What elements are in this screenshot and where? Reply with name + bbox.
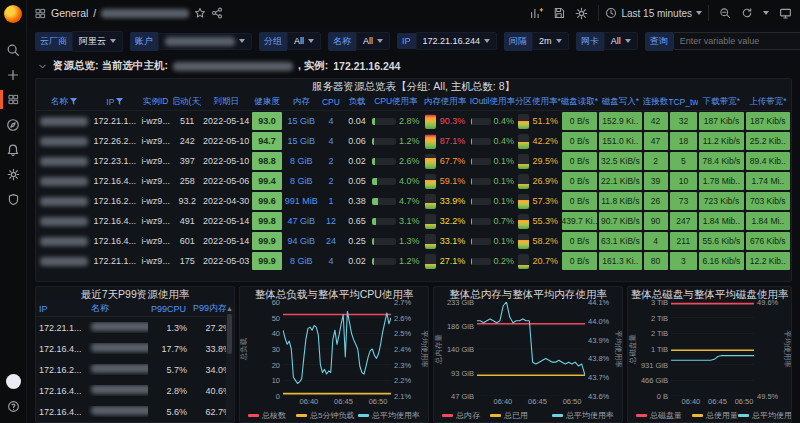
row-header-overview[interactable]: 资源总览: 当前选中主机: , 实例: 172.21.16.244: [27, 56, 800, 76]
variable-select[interactable]: 阿里云: [72, 31, 123, 52]
variable-4: 名称All: [328, 32, 390, 51]
column-header[interactable]: 内存使用率: [420, 96, 470, 108]
cell-instance-id: i-wz9...: [138, 191, 173, 211]
chart-plot[interactable]: 06:4006:4506:50: [477, 302, 585, 396]
column-header[interactable]: 内存: [283, 96, 320, 108]
sidebar-item-compass[interactable]: [0, 112, 26, 137]
refresh-interval-caret-icon[interactable]: [763, 11, 769, 15]
cell-instance-id: i-wz9...: [138, 211, 173, 231]
column-header[interactable]: 连接数: [643, 96, 669, 108]
variable-select[interactable]: All: [604, 32, 638, 50]
column-header[interactable]: 磁盘读取*: [561, 96, 598, 108]
variable-select[interactable]: 2m: [532, 32, 569, 50]
variable-2: 账户: [130, 32, 252, 51]
column-header[interactable]: 启动(天): [173, 96, 201, 108]
chevron-down-icon: [110, 39, 116, 43]
legend-swatch: [358, 414, 369, 417]
legend-item[interactable]: 总内存: [442, 410, 480, 421]
filter-icon[interactable]: [70, 97, 77, 107]
cell-instance-id: i-wz9...: [138, 251, 173, 271]
panel-title[interactable]: 最近7天P99资源使用率: [36, 287, 234, 301]
zoom-out-icon[interactable]: [719, 7, 731, 19]
column-header[interactable]: TCP_tw: [669, 97, 699, 107]
column-header[interactable]: 到期日: [201, 96, 251, 108]
dashboard-title-redacted[interactable]: [101, 9, 189, 18]
cell-partition-usage: 51.1%: [515, 111, 561, 131]
table-row: 172.16.4...i-wz9...4912022-05-1499.847 G…: [36, 211, 791, 231]
variable-5: IP172.21.16.244: [397, 32, 497, 50]
column-header[interactable]: 上传带宽*: [745, 96, 791, 108]
dashboard-settings-icon[interactable]: [575, 7, 588, 20]
variable-select[interactable]: [158, 33, 252, 50]
sidebar-item-apps[interactable]: [0, 87, 26, 112]
sidebar-item-gear[interactable]: [0, 162, 26, 187]
variable-value-input[interactable]: [673, 32, 800, 50]
time-range-picker[interactable]: Last 15 minutes: [598, 5, 709, 21]
cell-memory-total: 8 GiB: [283, 251, 320, 271]
cell-memory-usage: 33.1%: [420, 231, 470, 251]
column-header[interactable]: 名称: [36, 96, 92, 108]
column-header[interactable]: 磁盘写入*: [598, 96, 643, 108]
column-header[interactable]: IP: [36, 304, 88, 314]
column-header[interactable]: IP: [92, 97, 138, 107]
cell-upload-bandwidth: 25.2 Kib..: [746, 132, 790, 150]
variable-select[interactable]: 172.21.16.244: [416, 32, 498, 50]
column-header[interactable]: P99CPU: [148, 304, 190, 314]
legend-item[interactable]: 总核数: [248, 410, 286, 421]
column-header[interactable]: 实例ID: [138, 96, 173, 108]
legend-item[interactable]: 总平均使用率: [552, 410, 614, 421]
sidebar-item-bell[interactable]: [0, 137, 26, 162]
legend-item[interactable]: 总使用量: [692, 410, 738, 421]
column-header[interactable]: CPU使用率: [372, 96, 420, 108]
save-dashboard-icon[interactable]: [553, 7, 565, 19]
chart-plot[interactable]: 06:4006:4506:50: [283, 302, 391, 396]
panel-p99-table: 最近7天P99资源使用率 IP名称P99CPUP99内存 172.21.1...…: [35, 286, 235, 423]
legend-item[interactable]: 总平均使用率: [738, 410, 792, 421]
column-header[interactable]: 下载带宽*: [698, 96, 744, 108]
column-header[interactable]: IOutil使用率: [470, 96, 515, 108]
cell-ip: 172.16.4...: [36, 407, 88, 417]
variable-select[interactable]: All: [356, 32, 390, 50]
add-panel-icon[interactable]: [530, 7, 543, 20]
column-header[interactable]: CPU: [320, 97, 342, 107]
scrollbar[interactable]: ▲: [226, 305, 233, 420]
scrollbar-thumb[interactable]: [227, 314, 232, 354]
refresh-icon[interactable]: [741, 7, 753, 19]
sidebar-item-shield[interactable]: [0, 187, 26, 212]
legend-item[interactable]: 总已用: [490, 410, 528, 421]
column-header-label: 下载带宽*: [703, 96, 740, 108]
cell-connections: 39: [644, 172, 668, 190]
variable-select[interactable]: All: [287, 32, 321, 50]
filter-icon[interactable]: [116, 97, 123, 107]
sidebar-item-search[interactable]: [0, 37, 26, 62]
sidebar-item-help[interactable]: [0, 394, 26, 419]
legend-item[interactable]: 总5分钟负载: [296, 410, 354, 421]
star-icon[interactable]: [194, 7, 206, 19]
panel-title[interactable]: 服务器资源总览表【分组: All, 主机总数: 8】: [36, 79, 791, 94]
cell-uptime-days: 511: [173, 111, 201, 131]
kiosk-monitor-icon[interactable]: [779, 7, 792, 20]
sidebar-item-plus[interactable]: [0, 62, 26, 87]
column-header[interactable]: 健康度: [251, 96, 283, 108]
cell-download-bandwidth: 723 Kib/s: [699, 192, 743, 210]
cell-ip: 172.16.4...: [36, 386, 88, 396]
cell-uptime-days: 258: [173, 171, 201, 191]
share-icon[interactable]: [211, 7, 223, 19]
cell-name: [88, 385, 148, 396]
table-header-row: 名称IP实例ID启动(天)到期日健康度内存CPU负载CPU使用率内存使用率IOu…: [36, 94, 791, 111]
chart-plot[interactable]: 06:4006:4506:50: [671, 302, 754, 396]
help-icon: [7, 400, 20, 413]
column-header-label: 名称: [51, 96, 68, 108]
column-header[interactable]: 负载: [342, 96, 372, 108]
column-header[interactable]: 分区使用率*: [515, 96, 561, 108]
grafana-logo[interactable]: [4, 5, 22, 23]
scroll-up-arrow-icon[interactable]: ▲: [226, 305, 233, 313]
legend-item[interactable]: 总平均使用率: [358, 410, 420, 421]
legend-item[interactable]: 总磁盘量: [636, 410, 682, 421]
collapse-chevron-icon[interactable]: [37, 61, 48, 72]
cell-instance-id: i-wz9...: [138, 171, 173, 191]
breadcrumb-section[interactable]: General: [51, 7, 88, 19]
column-header[interactable]: 名称: [88, 302, 148, 315]
sidebar-item-avatar[interactable]: [0, 369, 26, 394]
y-axis-ticks-left: 47 GiB93 GiB140 GiB186 GiB233 GiB: [443, 302, 477, 396]
